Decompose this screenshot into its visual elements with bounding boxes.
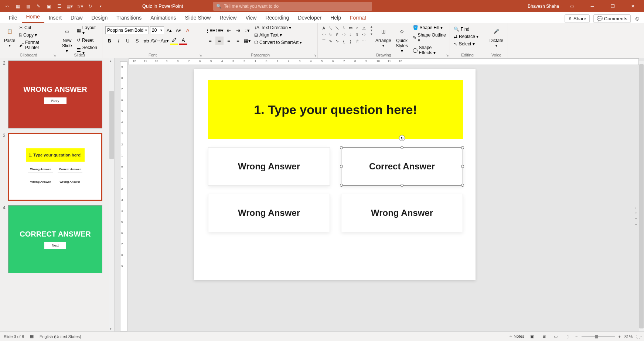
thumbnail-slide-2[interactable]: 2 WRONG ANSWER Retry <box>3 61 109 128</box>
tab-transitions[interactable]: Transitions <box>112 13 146 23</box>
shape-fill-button[interactable]: 🪣Shape Fill ▾ <box>412 25 447 31</box>
editor-scrollbar[interactable] <box>639 61 644 331</box>
dictate-button[interactable]: 🎤 Dictate ▾ <box>488 25 505 48</box>
arrange-button[interactable]: ◫ Arrange ▾ <box>375 25 392 48</box>
zoom-in-button[interactable]: + <box>619 334 621 339</box>
dialog-launcher-icon[interactable]: ↘ <box>199 54 202 57</box>
shape-arrow-icon[interactable]: ↱ <box>334 31 340 38</box>
ribbon-display-icon[interactable]: ▭ <box>565 0 579 12</box>
answer-box-1[interactable]: Wrong Answer <box>208 147 330 186</box>
zoom-thumb[interactable] <box>595 335 598 338</box>
columns-button[interactable]: ▦▾ <box>243 37 251 45</box>
numbering-button[interactable]: 1≡▾ <box>215 26 224 34</box>
shape-triangle-icon[interactable]: △ <box>361 25 367 31</box>
fit-window-icon[interactable]: ⛶ <box>636 334 640 339</box>
font-size-input[interactable]: 20▾ <box>150 26 164 34</box>
notes-button[interactable]: ≐ Notes <box>509 334 524 339</box>
strike-button[interactable]: ab <box>142 37 150 45</box>
shape-arrow-icon[interactable]: ⇧ <box>354 31 360 38</box>
select-button[interactable]: ↖Select ▾ <box>453 41 482 47</box>
quick-styles-button[interactable]: ◇ Quick Styles ▾ <box>394 25 410 54</box>
resize-handle[interactable] <box>340 165 343 168</box>
question-box[interactable]: 1. Type your question here! <box>208 80 463 139</box>
shape-arrow-icon[interactable]: ↳ <box>327 31 334 38</box>
zoom-slider[interactable] <box>582 336 615 337</box>
highlight-button[interactable]: 🖍 <box>170 37 178 45</box>
font-color-button[interactable]: A <box>179 37 187 45</box>
gallery-up-icon[interactable]: ▴ <box>371 25 372 28</box>
italic-button[interactable]: I <box>115 37 123 45</box>
scroll-thumb[interactable] <box>109 91 114 159</box>
answer-box-2-selected[interactable]: Correct Answer ↻ <box>341 147 463 186</box>
zoom-level[interactable]: 81% <box>624 334 633 339</box>
scroll-thumb[interactable] <box>639 64 644 328</box>
collapse-ribbon-icon[interactable]: ˆ <box>640 336 642 340</box>
resize-handle[interactable] <box>461 184 464 187</box>
shape-more-icon[interactable]: ⋯ <box>361 38 367 44</box>
tab-file[interactable]: File <box>4 13 22 23</box>
accessibility-icon[interactable]: ▦ <box>30 334 34 339</box>
tab-draw[interactable]: Draw <box>66 13 87 23</box>
bullets-button[interactable]: ⋮≡▾ <box>206 26 214 34</box>
tab-animations[interactable]: Animations <box>146 13 180 23</box>
tab-help[interactable]: Help <box>326 13 345 23</box>
resize-handle[interactable] <box>401 184 403 187</box>
shape-rect-icon[interactable]: ▭ <box>347 25 354 31</box>
underline-button[interactable]: U <box>124 37 132 45</box>
align-text-button[interactable]: ⊟Align Text ▾ <box>253 32 303 38</box>
shape-arrow-icon[interactable]: ⇩ <box>347 31 354 38</box>
shape-line-icon[interactable]: ＼ <box>327 25 334 31</box>
layout-button[interactable]: ▦Layout ▾ <box>76 25 99 36</box>
qat-customize-icon[interactable]: ▾ <box>97 3 104 10</box>
justify-button[interactable]: ≡ <box>234 37 242 45</box>
shape-arrow-icon[interactable]: ⇨ <box>341 31 347 38</box>
sorter-view-icon[interactable]: ⊞ <box>540 333 548 340</box>
tab-slideshow[interactable]: Slide Show <box>180 13 215 23</box>
resize-handle[interactable] <box>461 146 464 149</box>
tab-review[interactable]: Review <box>215 13 241 23</box>
resize-handle[interactable] <box>340 146 343 149</box>
qat-icon[interactable]: ✎ <box>35 3 42 10</box>
vertical-ruler[interactable]: 9876543210123456789 <box>120 61 127 331</box>
shape-curve-icon[interactable]: ∿ <box>334 38 340 44</box>
qat-icon[interactable]: ▦ <box>14 3 21 10</box>
undo-icon[interactable]: ↻ <box>86 3 94 10</box>
shape-arrow-icon[interactable]: ⇔ <box>361 31 367 38</box>
resize-handle[interactable] <box>461 165 464 168</box>
shape-arrow-icon[interactable]: ⇦ <box>321 31 327 38</box>
qat-icon[interactable]: ☆▾ <box>76 3 84 10</box>
side-tabs[interactable]: ☼ ✦ ✦ ✦ <box>634 206 637 227</box>
font-name-input[interactable]: Poppins SemiBold▾ <box>105 26 149 34</box>
scroll-up-icon[interactable]: ▴ <box>110 59 112 63</box>
copy-button[interactable]: ⎘Copy ▾ <box>18 32 54 38</box>
text-direction-button[interactable]: ↕AText Direction ▾ <box>253 25 303 31</box>
maximize-button[interactable]: ❐ <box>605 0 620 12</box>
shadow-button[interactable]: S <box>133 37 141 45</box>
share-button[interactable]: ⇪Share <box>565 14 590 23</box>
change-case-button[interactable]: Aa▾ <box>161 37 169 45</box>
gallery-down-icon[interactable]: ▾ <box>371 28 372 32</box>
shapes-gallery[interactable]: A ＼ ＼ └ ▭ ○ △ ⇦ ↳ ↱ ⇨ ⇩ ⇧ ⇔ ⌒ ∿ ∿ <box>321 25 367 44</box>
shape-connector-icon[interactable]: └ <box>341 25 347 31</box>
reset-button[interactable]: ↺Reset <box>76 37 99 43</box>
reading-view-icon[interactable]: ▭ <box>552 333 560 340</box>
autosave-icon[interactable]: ⤺ <box>4 3 11 10</box>
language-status[interactable]: English (United States) <box>40 334 81 339</box>
find-button[interactable]: 🔍Find <box>453 26 482 32</box>
thumbnail-slide-4[interactable]: 4 CORRECT ANSWER Next <box>3 205 109 273</box>
new-slide-button[interactable]: ▭ New Slide ▾ <box>60 25 74 54</box>
tell-me-search[interactable]: 🔍 Tell me what you want to do <box>213 2 372 11</box>
scroll-down-icon[interactable]: ▾ <box>110 327 112 331</box>
format-painter-button[interactable]: 🖌Format Painter <box>18 39 54 51</box>
tab-recording[interactable]: Recording <box>261 13 293 23</box>
resize-handle[interactable] <box>340 184 343 187</box>
shape-brace-icon[interactable]: { <box>341 38 347 44</box>
tab-view[interactable]: View <box>241 13 261 23</box>
resize-handle[interactable] <box>401 146 403 149</box>
shape-star-icon[interactable]: ☆ <box>354 38 360 44</box>
bold-button[interactable]: B <box>105 37 113 45</box>
shape-brace-icon[interactable]: } <box>347 38 354 44</box>
align-left-button[interactable]: ≡ <box>206 37 214 45</box>
feedback-icon[interactable]: ☺ <box>634 16 640 22</box>
qat-icon[interactable]: ▥ <box>24 3 32 10</box>
